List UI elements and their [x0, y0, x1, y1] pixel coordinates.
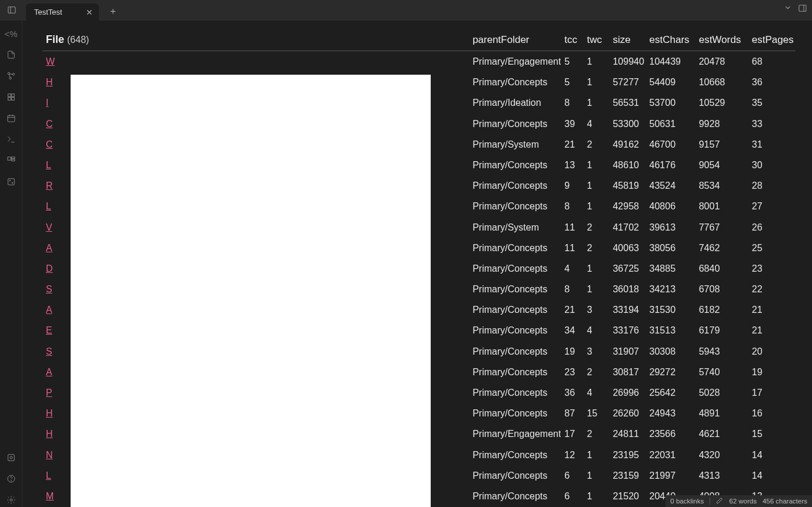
- cell-estpages: 31: [748, 134, 796, 155]
- cell-folder: Primary/Concepts: [469, 175, 561, 196]
- cell-tcc: 11: [561, 217, 583, 238]
- cell-estpages: 28: [748, 175, 796, 196]
- cell-size: 42958: [609, 196, 645, 216]
- command-icon[interactable]: [4, 132, 18, 146]
- cell-estwords: 10668: [695, 72, 748, 92]
- cell-estchars: 31530: [646, 299, 695, 320]
- graph-icon[interactable]: [4, 69, 18, 83]
- cell-tcc: 39: [561, 114, 583, 134]
- cell-estpages: 21: [748, 299, 796, 320]
- cell-estpages: 30: [748, 155, 796, 175]
- cell-folder: Primary/Concepts: [469, 258, 561, 279]
- cell-size: 26996: [609, 382, 645, 403]
- cell-estchars: 43524: [646, 175, 695, 196]
- document-icon[interactable]: [4, 48, 18, 62]
- svg-rect-9: [8, 94, 11, 97]
- col-estwords[interactable]: estWords: [695, 31, 748, 51]
- svg-rect-2: [799, 5, 806, 12]
- cell-folder: Primary/Concepts: [469, 465, 561, 486]
- cell-estpages: 15: [748, 423, 796, 444]
- cell-folder: Primary/Concepts: [469, 72, 561, 92]
- sidebar-toggle-icon[interactable]: [4, 2, 20, 18]
- cell-estchars: 21997: [646, 465, 695, 486]
- cell-folder: Primary/Concepts: [469, 238, 561, 258]
- col-size[interactable]: size: [609, 31, 645, 51]
- cell-twc: 1: [583, 175, 609, 196]
- cell-tcc: 21: [561, 299, 583, 320]
- cell-tcc: 6: [561, 465, 583, 486]
- workspace-icon[interactable]: [4, 154, 18, 168]
- cell-tcc: 87: [561, 403, 583, 423]
- col-twc[interactable]: twc: [583, 31, 609, 51]
- tab-active[interactable]: TestTest ✕: [26, 4, 99, 21]
- cell-estchars: 54409: [646, 72, 695, 92]
- panel-right-icon[interactable]: [798, 4, 807, 15]
- grid-icon[interactable]: [4, 90, 18, 104]
- file-link-cell[interactable]: W: [42, 51, 469, 72]
- cell-estwords: 5028: [695, 382, 748, 403]
- cell-twc: 1: [583, 486, 609, 506]
- cell-size: 23159: [609, 465, 645, 486]
- cell-twc: 4: [583, 382, 609, 403]
- cell-estpages: 26: [748, 217, 796, 238]
- col-file[interactable]: File (648): [42, 31, 469, 51]
- template-icon[interactable]: <%: [4, 26, 18, 41]
- edit-icon[interactable]: [716, 497, 723, 505]
- chevron-down-icon[interactable]: [784, 4, 792, 15]
- cell-estchars: 24943: [646, 403, 695, 423]
- help-icon[interactable]: [4, 472, 18, 486]
- cell-folder: Primary/System: [469, 217, 561, 238]
- dice-icon[interactable]: [4, 175, 18, 189]
- cell-tcc: 5: [561, 51, 583, 72]
- col-estpages[interactable]: estPages: [748, 31, 796, 51]
- cell-estwords: 20478: [695, 51, 748, 72]
- cell-estwords: 4320: [695, 445, 748, 465]
- char-count[interactable]: 456 characters: [763, 498, 807, 505]
- col-parentfolder[interactable]: parentFolder: [469, 31, 561, 51]
- col-estchars[interactable]: estChars: [646, 31, 695, 51]
- cell-folder: Primary/Concepts: [469, 196, 561, 216]
- cell-size: 57277: [609, 72, 645, 92]
- cell-folder: Primary/System: [469, 134, 561, 155]
- calendar-icon[interactable]: [4, 111, 18, 125]
- vault-icon[interactable]: [4, 451, 18, 465]
- cell-tcc: 11: [561, 238, 583, 258]
- svg-rect-24: [8, 455, 14, 461]
- gear-icon[interactable]: [4, 493, 18, 507]
- svg-rect-18: [8, 157, 11, 160]
- cell-estchars: 31513: [646, 320, 695, 341]
- cell-estchars: 40806: [646, 196, 695, 216]
- cell-estchars: 34213: [646, 279, 695, 299]
- cell-twc: 1: [583, 92, 609, 113]
- cell-tcc: 13: [561, 155, 583, 175]
- new-tab-button[interactable]: ＋: [105, 3, 121, 19]
- cell-estpages: 19: [748, 362, 796, 382]
- cell-estchars: 34885: [646, 258, 695, 279]
- cell-tcc: 8: [561, 92, 583, 113]
- cell-size: 56531: [609, 92, 645, 113]
- tab-title: TestTest: [34, 8, 62, 16]
- cell-twc: 1: [583, 258, 609, 279]
- cell-estwords: 9054: [695, 155, 748, 175]
- cell-twc: 2: [583, 238, 609, 258]
- cell-estpages: 14: [748, 445, 796, 465]
- cell-estwords: 6179: [695, 320, 748, 341]
- overlay-panel: [71, 75, 431, 507]
- cell-size: 33194: [609, 299, 645, 320]
- cell-tcc: 6: [561, 486, 583, 506]
- close-icon[interactable]: ✕: [86, 8, 93, 17]
- cell-size: 36725: [609, 258, 645, 279]
- word-count[interactable]: 62 words: [729, 498, 757, 505]
- svg-rect-21: [8, 179, 14, 185]
- svg-rect-10: [11, 94, 14, 97]
- cell-twc: 1: [583, 279, 609, 299]
- table-row[interactable]: WPrimary/Engagements51109940104439204786…: [42, 51, 796, 72]
- cell-estwords: 6182: [695, 299, 748, 320]
- cell-estwords: 4313: [695, 465, 748, 486]
- cell-twc: 4: [583, 114, 609, 134]
- backlinks-count[interactable]: 0 backlinks: [670, 498, 704, 505]
- col-tcc[interactable]: tcc: [561, 31, 583, 51]
- cell-estwords: 9157: [695, 134, 748, 155]
- cell-tcc: 4: [561, 258, 583, 279]
- cell-estwords: 8534: [695, 175, 748, 196]
